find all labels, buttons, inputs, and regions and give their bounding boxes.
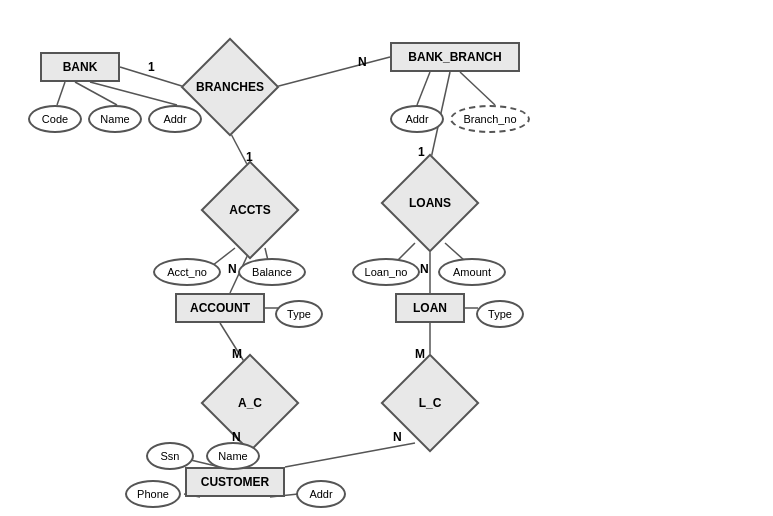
diamond-loans: LOANS: [390, 163, 470, 243]
cardinality-m-loan-lc: M: [415, 347, 425, 361]
entity-bank: BANK: [40, 52, 120, 82]
attr-bb-addr: Addr: [390, 105, 444, 133]
attr-amount: Amount: [438, 258, 506, 286]
svg-line-6: [460, 72, 495, 105]
er-diagram: BANK BANK_BRANCH ACCOUNT LOAN CUSTOMER B…: [0, 0, 773, 516]
cardinality-n-branches-bb: N: [358, 55, 367, 69]
entity-bank-branch: BANK_BRANCH: [390, 42, 520, 72]
attr-acct-no: Acct_no: [153, 258, 221, 286]
cardinality-n-lc-customer: N: [393, 430, 402, 444]
attr-bb-branch-no: Branch_no: [450, 105, 530, 133]
attr-balance: Balance: [238, 258, 306, 286]
attr-customer-phone: Phone: [125, 480, 181, 508]
attr-loan-type: Type: [476, 300, 524, 328]
cardinality-n-ac-customer: N: [232, 430, 241, 444]
entity-loan: LOAN: [395, 293, 465, 323]
diamond-accts: ACCTS: [210, 170, 290, 250]
attr-customer-ssn: Ssn: [146, 442, 194, 470]
attr-customer-name: Name: [206, 442, 260, 470]
attr-loan-no: Loan_no: [352, 258, 420, 286]
svg-line-20: [285, 443, 415, 467]
svg-line-2: [57, 82, 65, 105]
entity-customer: CUSTOMER: [185, 467, 285, 497]
entity-account: ACCOUNT: [175, 293, 265, 323]
cardinality-n-loans-loan: N: [420, 262, 429, 276]
attr-account-type: Type: [275, 300, 323, 328]
svg-line-1: [275, 57, 390, 87]
cardinality-n-accts-account: N: [228, 262, 237, 276]
attr-customer-addr: Addr: [296, 480, 346, 508]
cardinality-1-branches-accts: 1: [246, 150, 253, 164]
svg-line-3: [75, 82, 117, 105]
cardinality-m-account-ac: M: [232, 347, 242, 361]
diamond-l-c: L_C: [390, 363, 470, 443]
attr-bank-code: Code: [28, 105, 82, 133]
svg-line-4: [90, 82, 177, 105]
attr-bank-name: Name: [88, 105, 142, 133]
attr-bank-addr: Addr: [148, 105, 202, 133]
cardinality-1-bb-loans: 1: [418, 145, 425, 159]
diamond-a-c: A_C: [210, 363, 290, 443]
svg-line-5: [417, 72, 430, 105]
cardinality-1-bank-branches: 1: [148, 60, 155, 74]
